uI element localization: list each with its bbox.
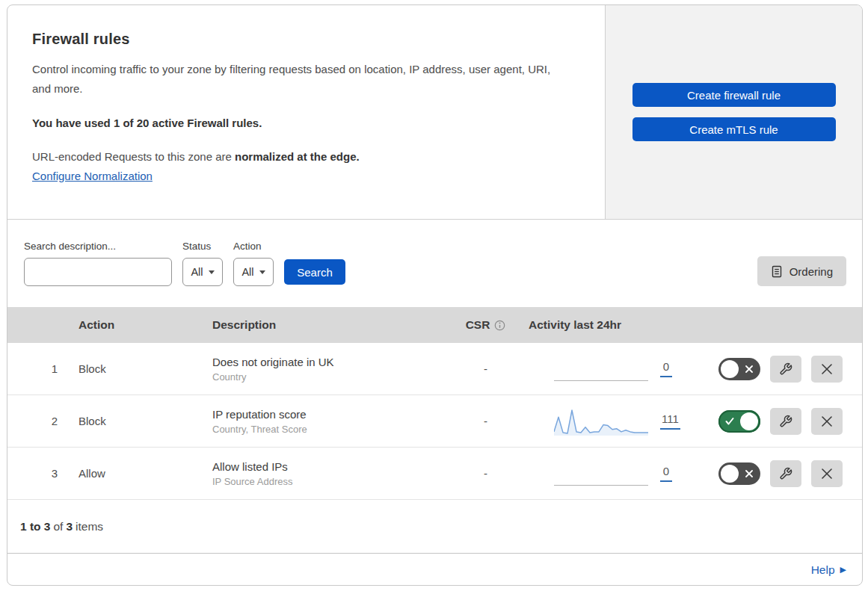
edit-rule-button[interactable] [770, 460, 801, 487]
rule-fields: Country, Threat Score [212, 424, 450, 435]
rule-csr: - [450, 362, 521, 375]
rule-fields: Country [212, 371, 450, 383]
rule-priority: 2 [7, 415, 79, 427]
delete-rule-button[interactable] [811, 356, 843, 383]
list-icon [771, 265, 783, 278]
items-label: items [76, 520, 103, 533]
status-select[interactable]: All [182, 258, 223, 286]
rule-action: Allow [79, 467, 207, 480]
rule-controls [699, 356, 862, 383]
rule-description-cell: Does not originate in UK Country [207, 356, 450, 383]
firewall-rules-panel: Firewall rules Control incoming traffic … [7, 4, 863, 586]
description-column-header: Description [207, 318, 450, 332]
info-icon[interactable] [494, 320, 505, 331]
rule-enabled-toggle[interactable] [718, 358, 760, 380]
rule-description-cell: IP reputation score Country, Threat Scor… [207, 408, 450, 435]
page-description: Control incoming traffic to your zone by… [32, 60, 559, 99]
header-text-block: Firewall rules Control incoming traffic … [7, 5, 605, 219]
csr-header-label: CSR [466, 318, 490, 332]
table-row: 3 Allow Allow listed IPs IP Source Addre… [7, 448, 862, 500]
filter-bar: Search description... Status All Action … [7, 220, 862, 307]
rule-description-cell: Allow listed IPs IP Source Address [207, 460, 450, 487]
create-mtls-rule-button[interactable]: Create mTLS rule [632, 117, 836, 141]
rule-enabled-toggle[interactable] [718, 410, 760, 433]
rule-controls [699, 460, 862, 487]
action-select[interactable]: All [233, 258, 274, 286]
check-icon [725, 417, 734, 426]
close-icon [822, 416, 832, 427]
rule-description: IP reputation score [212, 408, 450, 421]
rule-action: Block [79, 362, 207, 375]
action-label: Action [233, 241, 274, 252]
pagination-summary: 1 to 3 of 3 items [7, 500, 862, 554]
configure-normalization-link[interactable]: Configure Normalization [32, 170, 153, 182]
status-selected-value: All [191, 266, 203, 278]
rule-priority: 1 [7, 362, 79, 375]
chevron-down-icon [209, 270, 215, 274]
help-link[interactable]: Help ▶ [811, 563, 846, 577]
header-section: Firewall rules Control incoming traffic … [7, 5, 862, 220]
activity-count-link[interactable]: 0 [660, 360, 672, 377]
table-header: Action Description CSR Activity last 24h… [7, 307, 862, 343]
toggle-knob [721, 360, 739, 378]
rule-action: Block [79, 415, 207, 427]
normalization-text: URL-encoded Requests to this zone are [32, 150, 235, 163]
help-bar: Help ▶ [7, 554, 862, 586]
rule-activity-cell: 0 [521, 460, 699, 488]
activity-sparkline [554, 407, 648, 436]
activity-count-link[interactable]: 111 [660, 412, 680, 430]
wrench-icon [779, 362, 792, 376]
ordering-button[interactable]: Ordering [757, 256, 846, 286]
rule-description: Allow listed IPs [212, 460, 450, 473]
toggle-knob [721, 465, 739, 483]
activity-count-link[interactable]: 0 [660, 465, 672, 482]
rule-controls [699, 408, 862, 435]
close-icon [822, 468, 832, 479]
rule-csr: - [450, 467, 521, 480]
toggle-knob [740, 412, 758, 430]
action-selected-value: All [241, 266, 253, 278]
delete-rule-button[interactable] [811, 408, 843, 435]
search-box[interactable] [24, 258, 172, 286]
action-column-header: Action [79, 318, 207, 332]
rule-activity-cell: 111 [521, 407, 699, 436]
create-firewall-rule-button[interactable]: Create firewall rule [632, 83, 836, 107]
rule-priority: 3 [7, 467, 79, 480]
delete-rule-button[interactable] [811, 460, 843, 487]
edit-rule-button[interactable] [770, 408, 801, 435]
edit-rule-button[interactable] [770, 356, 801, 383]
search-button[interactable]: Search [284, 259, 345, 285]
table-row: 2 Block IP reputation score Country, Thr… [7, 395, 862, 448]
items-range: 1 to 3 [20, 520, 50, 533]
csr-column-header: CSR [450, 318, 521, 332]
wrench-icon [779, 467, 792, 480]
close-icon [822, 364, 832, 374]
search-label: Search description... [24, 241, 172, 252]
rule-csr: - [450, 415, 521, 427]
search-input[interactable] [37, 259, 172, 285]
help-link-label: Help [811, 563, 835, 577]
rule-description: Does not originate in UK [212, 356, 450, 368]
table-row: 1 Block Does not originate in UK Country… [7, 343, 862, 395]
activity-sparkline [554, 355, 648, 383]
items-total: 3 [66, 520, 73, 533]
items-of-label: of [53, 520, 63, 533]
x-icon [745, 365, 753, 373]
status-label: Status [182, 241, 223, 252]
chevron-down-icon [259, 270, 265, 274]
page-title: Firewall rules [32, 31, 578, 48]
ordering-button-label: Ordering [789, 265, 833, 278]
rule-enabled-toggle[interactable] [718, 462, 760, 485]
normalization-note: URL-encoded Requests to this zone are no… [32, 150, 578, 163]
normalization-bold-text: normalized at the edge. [235, 150, 360, 163]
rule-activity-cell: 0 [521, 355, 699, 383]
rule-fields: IP Source Address [212, 476, 450, 487]
x-icon [745, 470, 753, 477]
right-arrow-icon: ▶ [840, 566, 846, 574]
activity-column-header: Activity last 24hr [521, 318, 699, 332]
usage-summary: You have used 1 of 20 active Firewall ru… [32, 117, 578, 129]
wrench-icon [779, 415, 792, 428]
actions-panel: Create firewall rule Create mTLS rule [605, 5, 862, 219]
activity-sparkline [554, 460, 648, 488]
